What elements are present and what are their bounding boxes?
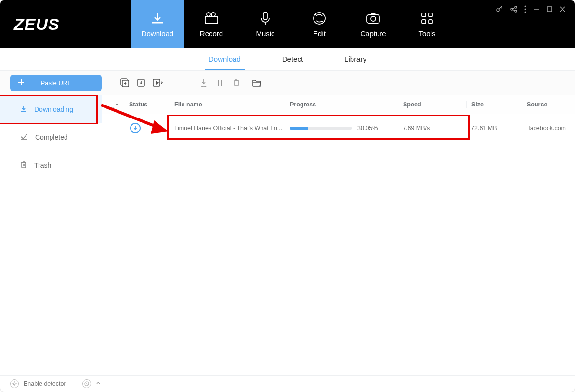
svg-rect-7 [422, 13, 426, 17]
video-options-icon[interactable] [151, 76, 164, 90]
tab-edit[interactable]: Edit [292, 0, 346, 48]
close-icon[interactable] [559, 6, 566, 13]
tool-group-2 [197, 76, 263, 90]
key-icon[interactable] [496, 5, 503, 13]
main: Downloading Completed Trash Sta [0, 95, 575, 375]
maximize-icon[interactable] [547, 6, 552, 12]
single-download-icon[interactable] [134, 76, 148, 90]
sidebar-label: Trash [34, 161, 51, 169]
open-folder-icon[interactable] [250, 76, 263, 90]
table-row[interactable]: Limuel Llanes Official - That's What Fri… [102, 114, 575, 142]
detector-icon[interactable] [10, 379, 19, 388]
tab-label: Tools [418, 29, 435, 38]
svg-point-15 [525, 6, 526, 7]
detector-label[interactable]: Enable detector [24, 380, 66, 387]
paste-url-label: Paste URL [41, 79, 71, 87]
svg-point-6 [371, 16, 376, 21]
svg-point-2 [211, 13, 215, 16]
share-icon[interactable] [510, 5, 518, 13]
tab-label: Record [200, 29, 223, 38]
svg-point-26 [13, 383, 15, 385]
footer: Enable detector [0, 375, 575, 392]
row-status [129, 123, 174, 133]
svg-point-14 [515, 10, 517, 12]
tab-label: Edit [313, 29, 326, 38]
header-size[interactable]: Size [466, 101, 522, 108]
batch-download-icon[interactable] [118, 76, 131, 90]
svg-rect-8 [429, 13, 432, 17]
more-icon[interactable] [524, 5, 526, 13]
check-icon [20, 133, 28, 142]
edit-icon [312, 11, 327, 26]
delete-icon[interactable] [230, 76, 243, 90]
tab-music[interactable]: Music [238, 0, 292, 48]
logo-text: ZEUS [14, 15, 60, 34]
tools-icon [421, 11, 433, 26]
tab-capture[interactable]: Capture [346, 0, 400, 48]
svg-rect-9 [422, 20, 426, 24]
content: Status File name Progress Speed Size Sou… [102, 95, 575, 375]
subtab-library[interactable]: Library [340, 49, 370, 70]
svg-rect-10 [429, 20, 432, 24]
svg-rect-23 [235, 81, 238, 86]
paste-url-button[interactable]: Paste URL [10, 75, 102, 91]
tab-label: Capture [360, 29, 386, 38]
chevron-up-icon[interactable] [96, 380, 101, 387]
row-progress: 30.05% [290, 125, 398, 131]
header-speed[interactable]: Speed [398, 101, 466, 108]
table-body: Limuel Llanes Official - That's What Fri… [102, 114, 575, 375]
body-area: Paste URL Downloading [0, 71, 575, 392]
progress-bar [290, 127, 352, 130]
sidebar-item-completed[interactable]: Completed [0, 123, 102, 151]
row-source: facebook.com [522, 125, 575, 131]
header-progress[interactable]: Progress [290, 101, 398, 108]
app-window: ZEUS Download Record Music [0, 0, 575, 392]
tab-tools[interactable]: Tools [400, 0, 454, 48]
schedule-icon[interactable] [82, 379, 91, 388]
record-icon [204, 11, 219, 26]
trash-icon [20, 160, 27, 170]
plus-icon [18, 79, 25, 87]
logo: ZEUS [0, 0, 131, 48]
row-speed: 7.69 MB/s [398, 125, 466, 131]
row-checkbox[interactable] [108, 125, 129, 131]
top-bar: ZEUS Download Record Music [0, 0, 575, 48]
header-source[interactable]: Source [522, 101, 575, 108]
capture-icon [366, 11, 381, 26]
svg-rect-24 [22, 162, 26, 168]
sidebar: Downloading Completed Trash [0, 95, 102, 375]
sidebar-item-downloading[interactable]: Downloading [0, 95, 102, 123]
download-icon [150, 11, 165, 26]
svg-point-17 [525, 12, 526, 13]
subtab-detect[interactable]: Detect [278, 49, 307, 70]
tab-download[interactable]: Download [131, 0, 184, 48]
tab-label: Music [256, 29, 274, 38]
subtab-download[interactable]: Download [205, 49, 245, 70]
header-status[interactable]: Status [129, 101, 174, 108]
progress-text: 30.05% [357, 125, 378, 131]
pause-icon[interactable] [213, 76, 227, 90]
downloading-status-icon [130, 123, 141, 133]
sidebar-item-trash[interactable]: Trash [0, 151, 102, 179]
download-icon [20, 105, 27, 114]
header-checkbox[interactable] [108, 102, 129, 108]
toolbar: Paste URL [0, 71, 575, 95]
window-controls [496, 5, 566, 13]
resume-icon[interactable] [197, 76, 210, 90]
sidebar-label: Completed [35, 133, 68, 141]
sub-nav: Download Detect Library [0, 48, 575, 71]
minimize-icon[interactable] [533, 6, 540, 13]
svg-point-16 [525, 9, 526, 10]
table-header: Status File name Progress Speed Size Sou… [102, 95, 575, 114]
svg-rect-0 [205, 16, 218, 24]
svg-point-1 [207, 13, 210, 16]
row-size: 72.61 MB [466, 125, 522, 131]
sidebar-label: Downloading [34, 105, 73, 113]
row-filename: Limuel Llanes Official - That's What Fri… [174, 125, 290, 131]
tool-group-1 [118, 76, 164, 90]
svg-point-12 [511, 8, 513, 10]
svg-rect-18 [547, 7, 552, 12]
tab-label: Download [142, 29, 174, 38]
tab-record[interactable]: Record [184, 0, 238, 48]
header-filename[interactable]: File name [174, 101, 290, 108]
